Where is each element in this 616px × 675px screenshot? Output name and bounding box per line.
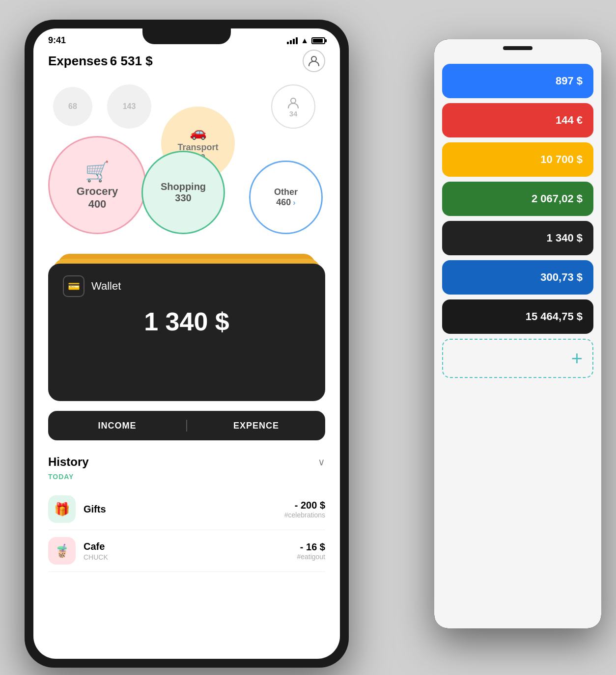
- card-blue2[interactable]: 300,73 $: [442, 260, 593, 295]
- history-date: TODAY: [48, 473, 325, 481]
- gifts-name: Gifts: [84, 504, 277, 515]
- bubble-shopping-value: 330: [175, 192, 191, 204]
- wallet-card-main[interactable]: 💳 Wallet 1 340 $: [48, 264, 325, 401]
- status-icons: ▲: [287, 36, 325, 45]
- transport-icon: 🚗: [190, 124, 207, 140]
- cards-list: 897 $ 144 € 10 700 $ 2 067,02 $ 1 340 $ …: [434, 39, 601, 388]
- card-dark2[interactable]: 15 464,75 $: [442, 299, 593, 334]
- card-yellow[interactable]: 10 700 $: [442, 142, 593, 177]
- history-item-gifts[interactable]: 🎁 Gifts - 200 $ #celebrations: [48, 488, 325, 530]
- history-header: History ∨: [48, 455, 325, 469]
- android: 897 $ 144 € 10 700 $ 2 067,02 $ 1 340 $ …: [434, 39, 601, 628]
- wallet-top: 💳 Wallet: [63, 275, 310, 297]
- income-tab[interactable]: INCOME: [48, 421, 186, 431]
- gifts-amount: - 200 $: [284, 500, 325, 511]
- history-title: History: [48, 455, 89, 469]
- scene: 9:41 ▲: [0, 0, 616, 675]
- svg-point-1: [291, 98, 296, 103]
- card-green-amount: 2 067,02 $: [532, 192, 583, 205]
- gifts-tag: #celebrations: [284, 511, 325, 519]
- history-collapse-icon[interactable]: ∨: [318, 456, 325, 468]
- android-screen: 897 $ 144 € 10 700 $ 2 067,02 $ 1 340 $ …: [434, 39, 601, 628]
- card-green[interactable]: 2 067,02 $: [442, 182, 593, 216]
- cafe-tag: #eatigout: [297, 553, 325, 561]
- history-item-cafe[interactable]: 🧋 Cafe CHUCK - 16 $ #eatigout: [48, 530, 325, 572]
- battery-icon: [311, 37, 325, 44]
- cafe-sub: CHUCK: [84, 553, 289, 561]
- card-dark[interactable]: 1 340 $: [442, 221, 593, 255]
- bubble-other-value: 460: [276, 197, 291, 208]
- bubble-grocery-label: Grocery: [77, 185, 118, 198]
- card-red[interactable]: 144 €: [442, 103, 593, 137]
- tab-bar: INCOME EXPENCE: [48, 411, 325, 440]
- add-card-area[interactable]: +: [442, 339, 593, 378]
- bubble-68-value: 68: [68, 102, 77, 111]
- wallet-name: Wallet: [91, 280, 121, 293]
- android-speaker: [503, 46, 532, 50]
- bubble-143-value: 143: [123, 102, 136, 111]
- card-red-amount: 144 €: [556, 114, 583, 127]
- bubble-profile[interactable]: 34: [271, 84, 315, 129]
- svg-point-0: [311, 56, 316, 61]
- status-time: 9:41: [48, 35, 66, 46]
- gifts-icon: 🎁: [48, 495, 76, 523]
- add-button-icon[interactable]: +: [571, 348, 583, 370]
- bubble-other[interactable]: Other 460 ›: [249, 161, 323, 234]
- bubble-area: 68 143 34: [48, 82, 325, 249]
- expenses-title: Expenses: [48, 54, 108, 68]
- wifi-icon: ▲: [301, 36, 308, 45]
- card-blue-amount: 897 $: [556, 75, 583, 87]
- card-yellow-amount: 10 700 $: [540, 153, 583, 166]
- bubble-68[interactable]: 68: [53, 87, 92, 126]
- bubble-profile-value: 34: [289, 109, 298, 118]
- wallet-stack: 💳 Wallet 1 340 $: [48, 254, 325, 401]
- cafe-icon: 🧋: [48, 537, 76, 565]
- profile-icon[interactable]: [303, 50, 325, 72]
- bubble-143[interactable]: 143: [107, 84, 151, 129]
- bubble-grocery-value: 400: [88, 198, 107, 211]
- expense-tab[interactable]: EXPENCE: [187, 421, 325, 431]
- iphone: 9:41 ▲: [25, 20, 349, 668]
- iphone-screen: 9:41 ▲: [33, 28, 340, 659]
- wallet-icon: 💳: [63, 275, 84, 297]
- bubble-shopping[interactable]: Shopping 330: [141, 151, 225, 234]
- cafe-amount: - 16 $: [297, 541, 325, 553]
- bubble-other-label: Other: [274, 187, 298, 197]
- wallet-amount: 1 340 $: [63, 307, 310, 336]
- bubble-grocery[interactable]: 🛒 Grocery 400: [48, 136, 146, 234]
- grocery-icon: 🛒: [85, 160, 110, 183]
- card-blue2-amount: 300,73 $: [540, 271, 583, 284]
- expenses-header: Expenses 6 531 $: [48, 50, 325, 72]
- cafe-name: Cafe: [84, 541, 289, 552]
- card-blue[interactable]: 897 $: [442, 64, 593, 98]
- bubble-shopping-label: Shopping: [161, 181, 206, 192]
- card-dark2-amount: 15 464,75 $: [526, 310, 583, 323]
- expenses-amount: 6 531 $: [110, 54, 153, 68]
- other-chevron-icon: ›: [293, 198, 295, 207]
- signal-icon: [287, 37, 298, 44]
- iphone-notch: [142, 28, 231, 44]
- card-dark-amount: 1 340 $: [547, 232, 583, 244]
- app-content: Expenses 6 531 $ 68: [33, 50, 340, 572]
